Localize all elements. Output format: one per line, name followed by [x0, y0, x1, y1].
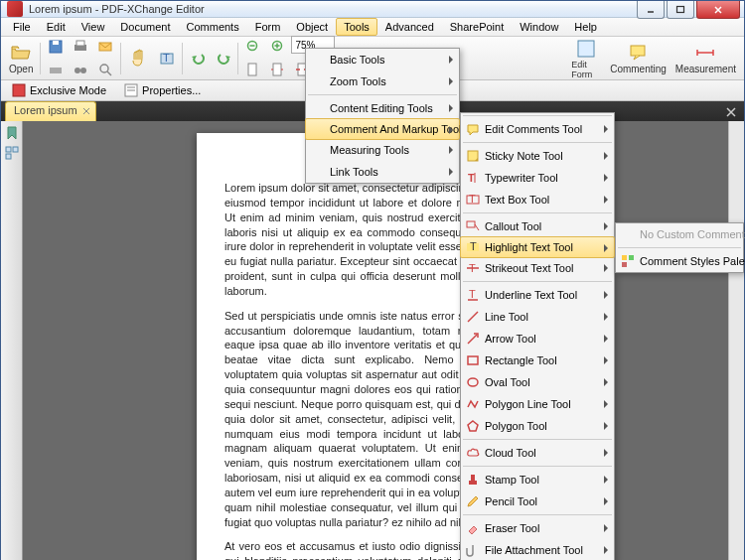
markup-edit-comments[interactable]: Edit Comments Tool — [461, 118, 614, 140]
document-viewport[interactable]: Lorem ipsum dolor sit amet, consectetur … — [23, 121, 728, 560]
markup-arrow[interactable]: Arrow Tool — [461, 328, 614, 350]
menu-zoom-tools[interactable]: Zoom Tools — [306, 70, 459, 92]
close-button[interactable] — [696, 1, 740, 19]
markup-attach[interactable]: File Attachment Tool — [461, 539, 614, 560]
open-button[interactable]: Open — [5, 40, 37, 77]
commenting-button[interactable]: Commenting — [606, 40, 670, 77]
svg-point-9 — [80, 68, 86, 73]
menu-object[interactable]: Object — [288, 18, 336, 36]
minimize-button[interactable] — [637, 1, 665, 19]
markup-polygon[interactable]: Polygon Tool — [461, 415, 614, 437]
zoom-out-button[interactable] — [241, 36, 265, 58]
svg-line-11 — [107, 71, 111, 75]
svg-rect-23 — [631, 46, 645, 56]
svg-text:T: T — [470, 240, 477, 252]
find-button[interactable] — [69, 59, 92, 80]
edit-form-icon — [575, 38, 597, 60]
hand-icon — [128, 48, 150, 70]
markup-polyline[interactable]: Polygon Line Tool — [461, 393, 614, 415]
svg-rect-56 — [468, 356, 478, 364]
actual-size-button[interactable] — [241, 59, 265, 80]
markup-line[interactable]: Line Tool — [461, 306, 614, 328]
commenting-icon — [628, 42, 650, 64]
markup-strike[interactable]: TStrikeout Text Tool — [461, 257, 614, 279]
scan-button[interactable] — [44, 59, 68, 80]
menu-link-tools[interactable]: Link Tools — [306, 161, 459, 183]
menu-tools[interactable]: Tools — [336, 18, 377, 36]
markup-cloud[interactable]: Cloud Tool — [461, 442, 614, 464]
menu-form[interactable]: Form — [247, 18, 289, 36]
comment-styles-palette[interactable]: Comment Styles Palette — [616, 250, 743, 272]
exclusive-mode-button[interactable]: Exclusive Mode — [5, 80, 113, 100]
properties-button[interactable]: Properties... — [117, 80, 208, 100]
menu-help[interactable]: Help — [566, 18, 605, 36]
document-tab[interactable]: Lorem ipsum — [5, 101, 96, 121]
svg-rect-59 — [471, 475, 475, 481]
select-tool-button[interactable]: T — [155, 40, 179, 77]
stamp-icon — [465, 472, 481, 488]
maximize-button[interactable] — [667, 1, 694, 19]
menu-edit[interactable]: Edit — [39, 18, 74, 36]
markup-pencil[interactable]: Pencil Tool — [461, 490, 614, 512]
thumbnails-panel-icon[interactable] — [4, 145, 20, 161]
markup-typewriter[interactable]: TTypewriter Tool — [461, 167, 614, 189]
svg-rect-5 — [76, 41, 84, 46]
svg-rect-62 — [622, 262, 627, 267]
close-tab-icon[interactable] — [81, 106, 91, 116]
svg-rect-46 — [467, 221, 475, 227]
markup-rect[interactable]: Rectangle Tool — [461, 350, 614, 371]
svg-rect-19 — [248, 64, 256, 75]
measurement-button[interactable]: Measurement — [671, 40, 740, 77]
palette-icon — [620, 253, 636, 269]
menu-comments[interactable]: Comments — [179, 18, 247, 36]
svg-text:T: T — [468, 172, 475, 184]
window-title: Lorem ipsum - PDF-XChange Editor — [29, 3, 205, 15]
markup-callout[interactable]: Callout Tool — [461, 215, 614, 237]
markup-stamp[interactable]: Stamp Tool — [461, 469, 614, 490]
no-custom-style[interactable]: No Custom Comment Style — [616, 223, 743, 245]
fit-page-button[interactable] — [266, 59, 290, 80]
svg-text:T: T — [469, 193, 476, 205]
markup-underline[interactable]: TUnderline Text Tool — [461, 284, 614, 306]
title-bar: Lorem ipsum - PDF-XChange Editor — [1, 1, 744, 18]
undo-icon — [190, 51, 206, 67]
menu-content-editing[interactable]: Content Editing Tools — [306, 97, 459, 119]
print-button[interactable] — [69, 36, 92, 58]
menu-file[interactable]: File — [5, 18, 39, 36]
svg-text:T: T — [163, 52, 170, 64]
menu-document[interactable]: Document — [112, 18, 178, 36]
menu-comment-markup[interactable]: Comment And Markup Tools — [305, 118, 460, 140]
vertical-scrollbar[interactable] — [728, 121, 744, 560]
menu-view[interactable]: View — [74, 18, 113, 36]
menu-basic-tools[interactable]: Basic Tools — [306, 49, 459, 70]
svg-rect-22 — [578, 41, 594, 57]
bookmarks-panel-icon[interactable] — [4, 125, 20, 141]
svg-rect-60 — [622, 255, 627, 260]
zoom-in-button[interactable] — [266, 36, 290, 58]
menu-measuring[interactable]: Measuring Tools — [306, 139, 459, 161]
markup-textbox[interactable]: TText Box Tool — [461, 189, 614, 210]
svg-point-8 — [74, 68, 80, 73]
markup-oval[interactable]: Oval Tool — [461, 371, 614, 393]
redo-button[interactable] — [211, 48, 234, 70]
hand-tool-button[interactable] — [124, 40, 154, 77]
undo-button[interactable] — [186, 48, 210, 70]
search-button[interactable] — [93, 59, 117, 80]
markup-sticky[interactable]: Sticky Note Tool — [461, 145, 614, 167]
menu-window[interactable]: Window — [512, 18, 566, 36]
menu-sharepoint[interactable]: SharePoint — [442, 18, 512, 36]
edit-form-button[interactable]: Edit Form — [567, 40, 605, 77]
edit-comments-icon — [465, 121, 481, 137]
email-button[interactable] — [93, 36, 117, 58]
markup-eraser[interactable]: Eraser Tool — [461, 517, 614, 539]
line-icon — [465, 309, 481, 325]
svg-rect-30 — [13, 147, 18, 152]
menu-advanced[interactable]: Advanced — [377, 18, 442, 36]
work-area: Lorem ipsum dolor sit amet, consectetur … — [1, 121, 744, 560]
tabstrip-close-icon[interactable] — [724, 105, 738, 119]
zoom-out-icon — [245, 39, 261, 55]
highlight-submenu: No Custom Comment Style Comment Styles P… — [615, 222, 744, 273]
attach-icon — [465, 542, 481, 558]
markup-highlight[interactable]: THighlight Text Tool — [460, 236, 615, 258]
save-button[interactable] — [44, 36, 68, 58]
